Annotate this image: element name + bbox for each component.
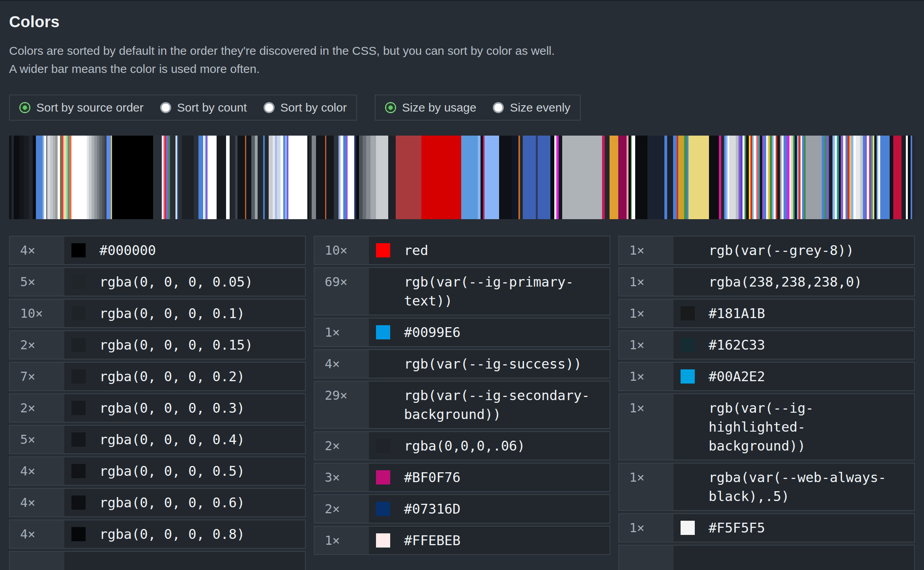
color-row: 1× #0099E6 — [314, 318, 610, 347]
color-bar-stripe — [709, 136, 719, 219]
color-bar-stripe — [912, 136, 915, 219]
radio-option-sort-by-color[interactable]: Sort by color — [264, 101, 347, 114]
color-value: #000000 — [99, 241, 156, 260]
color-count: 4× — [10, 457, 64, 485]
color-count: 2× — [10, 394, 64, 422]
color-count — [619, 546, 673, 570]
color-row: 10× rgba(0, 0, 0, 0.1) — [9, 299, 306, 328]
color-swatch — [681, 470, 695, 484]
color-swatch — [71, 306, 86, 320]
color-value: #BF0F76 — [404, 468, 460, 487]
color-bar-stripe — [340, 136, 343, 219]
color-row: 4× rgb(var(--ig-success)) — [314, 349, 610, 378]
color-bar-stripe — [829, 136, 832, 219]
color-count: 1× — [619, 464, 673, 510]
color-swatch — [376, 502, 390, 516]
color-swatch — [376, 470, 390, 484]
color-count: 1× — [619, 394, 673, 460]
color-value-cell: rgb(var(--ig-secondary-background)) — [369, 382, 610, 428]
color-bar-stripe — [269, 136, 272, 219]
color-bar-stripe — [194, 136, 198, 219]
color-bar-stripe — [208, 136, 217, 219]
color-row: 4× rgba(0, 0, 0, 0.6) — [9, 488, 306, 517]
color-bar-stripe — [312, 136, 316, 219]
radio-option-size-evenly[interactable]: Size evenly — [493, 101, 570, 114]
color-bar-stripe — [559, 136, 562, 219]
color-bar-stripe — [36, 136, 43, 219]
color-bar-stripe — [107, 136, 110, 219]
color-value-cell: rgba(0, 0, 0, 0.5) — [64, 457, 305, 485]
radio-size-by-usage[interactable] — [385, 102, 396, 113]
color-value-cell: rgba(0, 0, 0, 0.3) — [64, 394, 305, 422]
color-bar-stripe — [605, 136, 610, 219]
radio-label: Size by usage — [402, 101, 476, 114]
color-bar-stripe — [334, 136, 338, 219]
color-bar-stripe — [376, 136, 389, 219]
color-bar-stripe — [484, 136, 499, 219]
color-row: 4× #000000 — [9, 236, 306, 265]
color-bar-stripe — [71, 136, 86, 219]
color-value: rgba(0, 0, 0, 0.5) — [99, 462, 245, 481]
color-value-cell: #00A2E2 — [673, 363, 914, 390]
color-bar-stripe — [273, 136, 275, 219]
color-count: 4× — [10, 237, 64, 264]
radio-sort-by-count[interactable] — [160, 102, 171, 113]
radio-sort-by-source-order[interactable] — [19, 102, 30, 113]
color-count: 1× — [314, 319, 369, 346]
color-bar-stripe — [19, 136, 24, 219]
color-swatch — [376, 243, 390, 257]
color-bar-stripe — [688, 136, 709, 219]
color-value: rgb(var(--ig-primary-text)) — [404, 272, 597, 310]
color-value: #FFEBEB — [404, 531, 460, 550]
color-value: rgb(var(--ig-secondary-background)) — [404, 386, 597, 424]
color-row: 2× rgba(0,0,0,.06) — [314, 431, 610, 460]
color-swatch — [71, 243, 86, 257]
description-line-2: A wider bar means the color is used more… — [9, 60, 915, 78]
radio-option-sort-by-source-order[interactable]: Sort by source order — [19, 101, 144, 114]
color-value: rgba(0, 0, 0, 0.6) — [99, 493, 245, 512]
color-bar-stripe — [635, 136, 648, 219]
color-row: 4× rgba(0, 0, 0, 0.5) — [9, 456, 306, 486]
color-bar-stripe — [647, 136, 664, 219]
color-bar-stripe — [281, 136, 283, 219]
page-title: Colors — [9, 13, 915, 31]
color-swatch — [681, 338, 695, 352]
color-bar-stripe — [520, 136, 523, 219]
radio-sort-by-color[interactable] — [264, 102, 275, 113]
color-value: red — [404, 241, 428, 260]
color-swatch — [376, 533, 390, 548]
color-row: 1× #181A1B — [618, 299, 915, 328]
color-bar-stripe — [89, 136, 92, 219]
color-value: #07316D — [404, 499, 460, 518]
color-value-cell: red — [369, 237, 610, 264]
color-bar-stripe — [746, 136, 749, 219]
color-swatch — [376, 275, 390, 289]
color-value-cell: #07316D — [369, 495, 610, 523]
color-value-cell: #F5F5F5 — [673, 514, 914, 542]
color-bar-stripe — [277, 136, 281, 219]
color-value: rgba(0, 0, 0, 0.4) — [99, 430, 245, 449]
radio-option-sort-by-count[interactable]: Sort by count — [160, 101, 247, 114]
color-list: 4× #000000 5× rgba(0, 0, 0, 0.05) 10× rg… — [9, 236, 915, 570]
color-value: rgba(var(--web-always-black),.5) — [709, 468, 902, 506]
color-value-cell: rgb(var(--ig-success)) — [369, 350, 610, 378]
color-bar-stripe — [326, 136, 334, 219]
color-value-cell: rgba(0, 0, 0, 0.2) — [64, 363, 305, 390]
color-bar-stripe — [343, 136, 346, 219]
color-value-cell: rgba(0, 0, 0, 0.4) — [64, 426, 305, 453]
color-value-cell: rgba(0, 0, 0, 0.6) — [64, 489, 305, 516]
color-count: 69× — [314, 268, 369, 315]
color-value: rgb(var(--grey-8)) — [709, 241, 854, 260]
color-count: 10× — [10, 300, 64, 327]
color-row — [618, 545, 915, 570]
radio-option-size-by-usage[interactable]: Size by usage — [385, 101, 476, 114]
color-count: 1× — [619, 268, 673, 296]
color-bar-stripe — [550, 136, 554, 219]
color-row — [9, 551, 306, 570]
color-row: 2× rgba(0, 0, 0, 0.3) — [9, 393, 306, 423]
color-swatch — [71, 527, 86, 541]
color-bar-stripe — [902, 136, 906, 219]
color-bar-stripe — [908, 136, 911, 219]
radio-size-evenly[interactable] — [493, 102, 504, 113]
color-bar-stripe — [721, 136, 724, 219]
